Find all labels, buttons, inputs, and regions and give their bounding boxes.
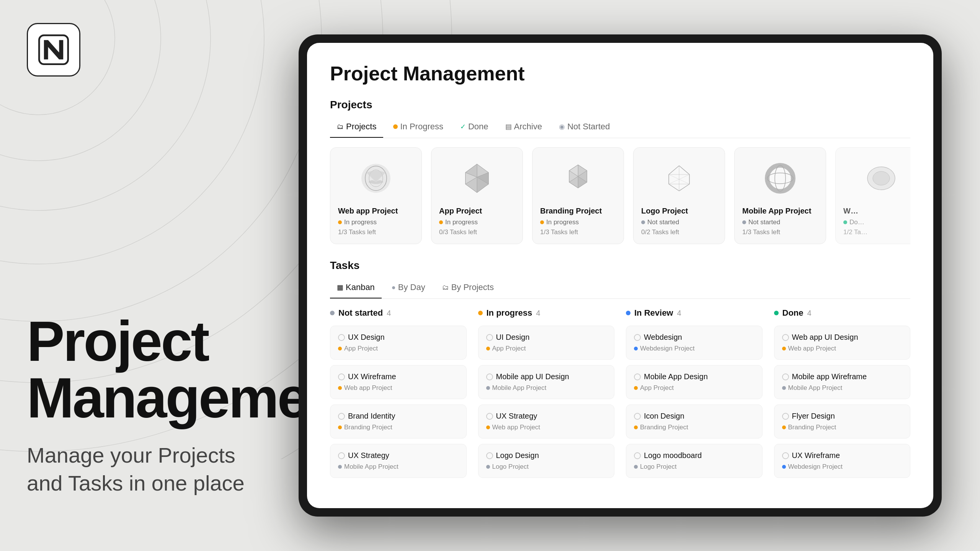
card-status-branding: In progress [540, 218, 616, 226]
column-count-not-started: 4 [387, 309, 391, 318]
task-card[interactable]: Webdesign Webdesign Project [626, 326, 763, 360]
task-circle [338, 373, 345, 380]
task-project: App Project [486, 345, 607, 352]
card-status-webapp: In progress [338, 218, 414, 226]
task-card[interactable]: UI Design App Project [478, 326, 615, 360]
task-name: Mobile app Wireframe [782, 372, 903, 381]
task-project: Branding Project [634, 424, 755, 431]
card-name-webapp: Web app Project [338, 207, 414, 215]
task-project: Mobile App Project [338, 463, 459, 471]
task-card[interactable]: UX Design App Project [330, 326, 467, 360]
task-circle [634, 373, 641, 380]
task-project-dot [634, 425, 638, 429]
project-card-logo[interactable]: Logo Project Not started 0/2 Tasks left [633, 147, 725, 244]
task-name: UX Strategy [338, 451, 459, 460]
kanban-column-not-started: Not started 4 UX Design App Project [330, 308, 467, 483]
kanban-board: Not started 4 UX Design App Project [330, 308, 910, 483]
kanban-tab-byday[interactable]: ● By Day [385, 279, 432, 298]
badge-not-started [330, 311, 335, 315]
task-card[interactable]: Flyer Design Branding Project [774, 404, 911, 439]
task-project-dot [782, 425, 786, 429]
tab-projects[interactable]: 🗂 Projects [330, 119, 383, 138]
column-title-not-started: Not started [338, 308, 383, 318]
task-project: Webdesign Project [782, 463, 903, 471]
project-card-mobile[interactable]: Mobile App Project Not started 1/3 Tasks… [734, 147, 826, 244]
task-name: Flyer Design [782, 412, 903, 421]
tab-not-started[interactable]: ◉ Not Started [552, 119, 617, 138]
task-card[interactable]: Mobile app UI Design Mobile App Project [478, 365, 615, 399]
column-header-in-review: In Review 4 [626, 308, 763, 318]
card-status-mobile: Not started [742, 218, 818, 226]
task-name: Icon Design [634, 412, 755, 421]
tab-archive[interactable]: ▤ Archive [498, 119, 549, 138]
task-name: Mobile App Design [634, 372, 755, 381]
task-project-dot [486, 425, 490, 429]
column-header-not-started: Not started 4 [330, 308, 467, 318]
task-name: UX Wireframe [338, 372, 459, 381]
task-card[interactable]: UX Wireframe Webdesign Project [774, 444, 911, 478]
task-name: Logo Design [486, 451, 607, 460]
card-status-app: In progress [439, 218, 515, 226]
task-project-dot [486, 386, 490, 390]
card-gem-logo [641, 155, 717, 201]
card-tasks-mobile: 1/3 Tasks left [742, 228, 818, 236]
task-card[interactable]: UX Strategy Mobile App Project [330, 444, 467, 478]
task-card[interactable]: Mobile app Wireframe Mobile App Project [774, 365, 911, 399]
task-card[interactable]: UX Strategy Web app Project [478, 404, 615, 439]
card-gem-mobile [742, 155, 818, 201]
task-card[interactable]: Icon Design Branding Project [626, 404, 763, 439]
kanban-tabs-row: ▦ Kanban ● By Day 🗂 By Projects [330, 279, 910, 299]
svg-point-38 [767, 173, 793, 184]
task-project-dot [486, 465, 490, 469]
project-cards: Web app Project In progress 1/3 Tasks le… [330, 147, 910, 244]
task-project: Logo Project [486, 463, 607, 471]
task-circle [782, 452, 789, 459]
task-name: Web app UI Design [782, 333, 903, 342]
task-circle [338, 413, 345, 420]
card-gem-webapp [338, 155, 414, 201]
svg-point-37 [767, 165, 793, 191]
svg-point-41 [873, 171, 890, 185]
kanban-column-in-review: In Review 4 Webdesign Webdesign Project [626, 308, 763, 483]
kanban-tab-byprojects[interactable]: 🗂 By Projects [435, 279, 501, 298]
task-project: App Project [634, 384, 755, 392]
task-project-dot [338, 347, 342, 350]
column-title-done: Done [782, 308, 804, 318]
task-project: Web app Project [782, 345, 903, 352]
task-circle [782, 334, 789, 341]
task-project: Mobile App Project [782, 384, 903, 392]
project-card-app[interactable]: App Project In progress 0/3 Tasks left [431, 147, 523, 244]
left-content: Project Management Manage your Projects … [27, 313, 249, 528]
tab-done[interactable]: ✓ Done [453, 119, 495, 138]
task-name: Logo moodboard [634, 451, 755, 460]
task-name: UI Design [486, 333, 607, 342]
task-project: Mobile App Project [486, 384, 607, 392]
project-card-webapp[interactable]: Web app Project In progress 1/3 Tasks le… [330, 147, 422, 244]
task-project-dot [634, 465, 638, 469]
task-circle [634, 334, 641, 341]
task-card[interactable]: Logo Design Logo Project [478, 444, 615, 478]
card-tasks-partial: 1/2 Ta… [843, 228, 910, 236]
kanban-tab-kanban[interactable]: ▦ Kanban [330, 279, 382, 298]
badge-done [774, 311, 779, 315]
left-panel: Project Management Manage your Projects … [0, 0, 276, 551]
task-card[interactable]: Mobile App Design App Project [626, 365, 763, 399]
tablet-screen: Project Management Projects 🗂 Projects I… [307, 43, 933, 508]
tab-in-progress[interactable]: In Progress [386, 119, 450, 138]
task-project-dot [782, 465, 786, 469]
card-name-app: App Project [439, 207, 515, 215]
task-card[interactable]: Web app UI Design Web app Project [774, 326, 911, 360]
card-tasks-webapp: 1/3 Tasks left [338, 228, 414, 236]
task-circle [486, 413, 493, 420]
task-project-dot [338, 425, 342, 429]
task-name: UX Wireframe [782, 451, 903, 460]
task-card[interactable]: Brand Identity Branding Project [330, 404, 467, 439]
task-circle [634, 413, 641, 420]
task-card[interactable]: Logo moodboard Logo Project [626, 444, 763, 478]
task-name: Brand Identity [338, 412, 459, 421]
svg-line-26 [679, 166, 689, 174]
task-circle [486, 373, 493, 380]
project-card-partial[interactable]: W… Do… 1/2 Ta… [835, 147, 910, 244]
task-card[interactable]: UX Wireframe Web app Project [330, 365, 467, 399]
project-card-branding[interactable]: Branding Project In progress 1/3 Tasks l… [532, 147, 624, 244]
